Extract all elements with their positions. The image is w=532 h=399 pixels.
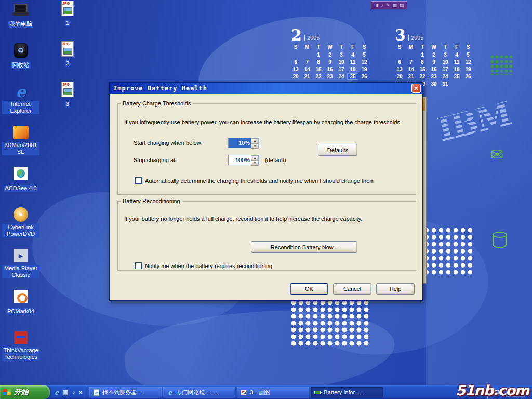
- ie-icon: e: [11, 83, 30, 100]
- desktop-icon-powerdvd[interactable]: CyberLink PowerDVD: [2, 206, 39, 238]
- calendar-month-number: 2: [291, 28, 302, 43]
- calendar-day: 26: [462, 73, 474, 80]
- thinkvantage-icon: [11, 329, 30, 346]
- calendar-day: 8: [313, 59, 324, 65]
- calendar-day: 21: [301, 73, 313, 80]
- calendar-day: 6: [290, 59, 301, 65]
- tray-tool-icon[interactable]: ♪: [381, 3, 384, 8]
- calendar-day: 2: [428, 51, 440, 58]
- calendar-day: [301, 51, 313, 58]
- notify-recondition-checkbox[interactable]: Notify me when the battery requires reco…: [135, 262, 272, 269]
- powerdvd-icon: [11, 206, 30, 223]
- stop-charging-spinner[interactable]: 100% ▲ ▼: [228, 155, 259, 165]
- tray-tool-icon[interactable]: ▤: [400, 3, 404, 8]
- desktop-icon-my-computer[interactable]: 我的电脑: [2, 1, 39, 28]
- cylinder-icon: [493, 232, 507, 250]
- desktop-icon-mpc[interactable]: ▶Media Player Classic: [2, 247, 39, 279]
- spin-up-button[interactable]: ▲: [251, 155, 259, 161]
- checkbox-icon[interactable]: [135, 177, 142, 184]
- calendar-day: 3: [440, 51, 451, 58]
- desktop-icon-pcmark[interactable]: PCMark04: [2, 288, 39, 315]
- tray-tool-icon[interactable]: ▦: [393, 3, 397, 8]
- spin-down-button[interactable]: ▼: [251, 161, 259, 166]
- task-button-ie-doc[interactable]: e找不到服务器. . .: [89, 387, 162, 398]
- recycle-bin-icon: ♻: [11, 42, 30, 59]
- calendar-day: 4: [347, 51, 358, 58]
- help-button[interactable]: Help: [376, 283, 415, 295]
- start-button-label: 开始: [14, 388, 29, 397]
- desktop-icon-label: ACDSee 4.0: [4, 185, 37, 192]
- cancel-button[interactable]: Cancel: [333, 283, 371, 295]
- 51nb-watermark: 51nb.com: [456, 382, 529, 398]
- green-dots-pattern: [490, 55, 514, 75]
- calendar-day: 23: [428, 73, 440, 80]
- defaults-button[interactable]: Defaults: [318, 144, 357, 156]
- calendar-day-header: S: [394, 44, 405, 51]
- desktop-icon-recycle-bin[interactable]: ♻回收站: [2, 42, 39, 69]
- start-charging-value[interactable]: 10%: [229, 138, 251, 148]
- desktop-icon-label: ThinkVantage Technologies: [2, 347, 39, 361]
- calendar-day: 22: [313, 73, 324, 80]
- battery-charge-thresholds-group: Battery Charge Thresholds If you infrequ…: [117, 100, 416, 195]
- calendar-day: 16: [324, 66, 336, 73]
- calendar-day: 10: [336, 59, 347, 65]
- task-button-ie[interactable]: e专门网论坛 - . . .: [163, 387, 235, 398]
- task-button-label: Battery Infor. . .: [324, 389, 363, 395]
- calendar-day: [462, 81, 474, 87]
- dialog-client-area: Battery Charge Thresholds If you infrequ…: [110, 94, 422, 301]
- recondition-battery-button[interactable]: Recondition Battery Now...: [251, 241, 357, 253]
- close-button[interactable]: ✕: [411, 84, 421, 93]
- auto-determine-checkbox[interactable]: Automatically determine the charging thr…: [135, 177, 374, 184]
- calendar-day: [394, 51, 405, 58]
- start-charging-spinner[interactable]: 10% ▲ ▼: [228, 138, 259, 148]
- calendar-day: 15: [313, 66, 324, 73]
- mpc-icon: ▶: [11, 247, 30, 264]
- calendar-day: 31: [440, 81, 451, 87]
- desktop-icon-ie[interactable]: eInternet Explorer: [2, 83, 39, 115]
- calendar-month-2: 22005SMTWTFS1234567891011121314151617181…: [290, 28, 371, 80]
- calendar-day: 5: [358, 51, 370, 58]
- calendar-day-header: S: [462, 44, 474, 51]
- calendar-day: 20: [290, 73, 301, 80]
- default-note: (default): [265, 157, 286, 163]
- desktop-icon-thinkvantage[interactable]: ThinkVantage Technologies: [2, 329, 39, 361]
- quicklaunch-media-player-icon[interactable]: ♪: [72, 389, 75, 396]
- calendar-day: 22: [417, 73, 428, 80]
- calendar-day: 21: [405, 73, 417, 80]
- tray-tool-icon[interactable]: ◨: [374, 3, 379, 8]
- start-button[interactable]: 开始: [0, 385, 50, 399]
- desktop-icon-jpg[interactable]: JPG2: [49, 41, 86, 68]
- tray-tool-icon[interactable]: ✎: [386, 3, 390, 8]
- ok-button[interactable]: OK: [290, 283, 328, 295]
- desktop-icon-jpg[interactable]: JPG1: [49, 0, 86, 27]
- notify-recondition-checkbox-label: Notify me when the battery requires reco…: [145, 263, 272, 269]
- calendar-day: 3: [336, 51, 347, 58]
- calendar-day: 14: [405, 66, 417, 73]
- dialog-titlebar[interactable]: Improve Battery Health ✕: [110, 83, 422, 94]
- jpg-icon: JPG: [58, 0, 77, 17]
- calendar-day: 25: [347, 73, 358, 80]
- calendar-day-header: S: [358, 44, 370, 51]
- checkbox-icon[interactable]: [135, 262, 142, 269]
- calendar-day: 12: [358, 59, 370, 65]
- quicklaunch-overflow-chevron-icon[interactable]: »: [79, 389, 83, 396]
- task-button-paint[interactable]: 3 - 画图: [237, 387, 309, 398]
- calendar-day: 30: [428, 81, 440, 87]
- quicklaunch-show-desktop-icon[interactable]: ▣: [62, 389, 68, 396]
- paint-icon: [240, 389, 247, 396]
- start-charging-label: Start charging when below:: [134, 140, 203, 146]
- quicklaunch-ie-icon[interactable]: e: [55, 389, 59, 396]
- dialog-title: Improve Battery Health: [113, 85, 411, 92]
- task-button-battery[interactable]: Battery Infor. . .: [311, 387, 383, 398]
- desktop-icon-acdsee[interactable]: ACDSee 4.0: [2, 165, 39, 192]
- calendar-day: 13: [394, 66, 405, 73]
- desktop-icon-label: 我的电脑: [8, 21, 33, 28]
- calendar-day: 19: [358, 66, 370, 73]
- desktop-icon-jpg[interactable]: JPG3: [49, 81, 86, 108]
- desktop-icon-3dmark[interactable]: 3DMark2001 SE: [2, 124, 39, 156]
- calendar-day-header: T: [313, 44, 324, 51]
- spin-down-button[interactable]: ▼: [251, 143, 259, 149]
- stop-charging-value[interactable]: 100%: [229, 155, 251, 165]
- calendar-day: 9: [324, 59, 336, 65]
- spin-up-button[interactable]: ▲: [251, 138, 259, 143]
